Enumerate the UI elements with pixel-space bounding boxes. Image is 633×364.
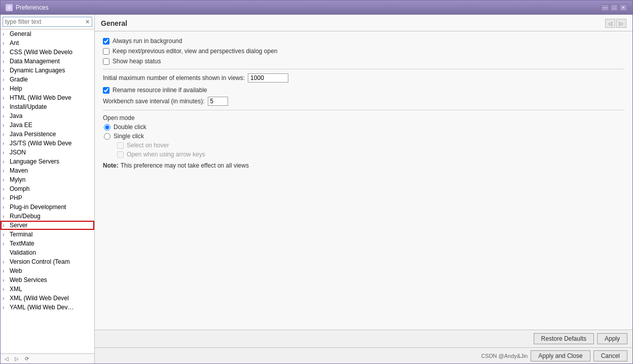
- sidebar-item-language-servers[interactable]: ›Language Servers: [1, 157, 94, 166]
- sidebar-item-json[interactable]: ›JSON: [1, 148, 94, 157]
- sidebar-item-help[interactable]: ›Help: [1, 84, 94, 93]
- sidebar-item-label: YAML (Wild Web Dev…: [10, 304, 73, 311]
- sidebar-bottom: ◁ ▷ ⟳: [1, 353, 94, 363]
- sidebar-item-java-persistence[interactable]: ›Java Persistence: [1, 130, 94, 139]
- select-on-hover-row: Select on hover: [117, 142, 624, 149]
- sidebar-item-label: XML (Wild Web Devel: [10, 295, 69, 302]
- sidebar-item-label: Maven: [10, 167, 28, 174]
- sidebar-item-terminal[interactable]: ›Terminal: [1, 230, 94, 239]
- content-header: General ◁ ▷: [95, 15, 632, 31]
- sidebar-item-java[interactable]: ›Java: [1, 111, 94, 120]
- sidebar-item-label: Java Persistence: [10, 131, 56, 138]
- filter-input[interactable]: [5, 18, 85, 25]
- single-click-label: Single click: [114, 133, 144, 140]
- select-on-hover-checkbox[interactable]: [117, 142, 124, 149]
- open-mode-label: Open mode: [103, 114, 624, 122]
- tree-arrow-icon: ›: [3, 104, 10, 110]
- forward-icon[interactable]: ▷: [13, 355, 21, 363]
- sidebar-item-plug-in-development[interactable]: ›Plug-in Development: [1, 203, 94, 212]
- sidebar-item-installupdate[interactable]: ›Install/Update: [1, 102, 94, 111]
- single-click-radio[interactable]: [104, 133, 110, 140]
- sidebar-item-textmate[interactable]: ›TextMate: [1, 239, 94, 248]
- footer-buttons: Restore Defaults Apply: [534, 333, 627, 344]
- show-heap-checkbox[interactable]: [103, 58, 109, 65]
- sidebar-bottom-icons: ◁ ▷ ⟳: [3, 355, 31, 363]
- close-button[interactable]: ✕: [619, 4, 627, 11]
- note-text: This preference may not take effect on a…: [121, 162, 249, 169]
- apply-and-close-button[interactable]: Apply and Close: [531, 350, 590, 361]
- tree-arrow-icon: ›: [3, 268, 10, 274]
- filter-clear-button[interactable]: ✕: [85, 19, 90, 25]
- refresh-icon[interactable]: ⟳: [23, 355, 31, 363]
- separator-2: [103, 110, 624, 110]
- tree-arrow-icon: ›: [3, 150, 10, 155]
- sidebar-item-label: Ant: [10, 39, 19, 47]
- tree-list: ›General›Ant›CSS (Wild Web Develo›Data M…: [1, 29, 94, 353]
- sidebar-item-validation[interactable]: Validation: [1, 248, 94, 257]
- double-click-radio[interactable]: [104, 124, 110, 131]
- separator-1: [103, 69, 624, 69]
- tree-arrow-icon: ›: [3, 95, 10, 101]
- save-interval-label: Workbench save interval (in minutes):: [103, 98, 205, 105]
- open-arrow-keys-checkbox[interactable]: [117, 151, 124, 158]
- keep-editor-checkbox[interactable]: [103, 48, 109, 55]
- save-interval-input[interactable]: [208, 97, 228, 106]
- tree-arrow-icon: ›: [3, 205, 10, 210]
- sidebar-item-label: Web Services: [10, 276, 47, 284]
- restore-defaults-button[interactable]: Restore Defaults: [534, 333, 594, 344]
- sidebar-item-label: TextMate: [10, 240, 34, 247]
- sidebar-item-jsts-wild-web-deve[interactable]: ›JS/TS (Wild Web Deve: [1, 139, 94, 148]
- select-on-hover-label: Select on hover: [127, 142, 169, 149]
- sidebar-item-html-wild-web-deve[interactable]: ›HTML (Wild Web Deve: [1, 93, 94, 102]
- tree-arrow-icon: ›: [3, 68, 10, 73]
- max-elements-label: Initial maximum number of elements shown…: [103, 74, 245, 82]
- sidebar-item-dynamic-languages[interactable]: ›Dynamic Languages: [1, 66, 94, 75]
- nav-forward-button[interactable]: ▷: [616, 19, 626, 28]
- sidebar-item-label: Plug-in Development: [10, 204, 66, 211]
- max-elements-input[interactable]: [248, 73, 288, 83]
- sidebar-item-yaml-wild-web-dev[interactable]: ›YAML (Wild Web Dev…: [1, 303, 94, 312]
- rename-resource-checkbox[interactable]: [103, 87, 109, 94]
- sidebar-item-maven[interactable]: ›Maven: [1, 166, 94, 175]
- sidebar-item-css-wild-web-develo[interactable]: ›CSS (Wild Web Develo: [1, 48, 94, 57]
- back-icon[interactable]: ◁: [3, 355, 11, 363]
- sidebar-item-oomph[interactable]: ›Oomph: [1, 184, 94, 193]
- always-run-background-checkbox[interactable]: [103, 38, 109, 45]
- sidebar-item-ant[interactable]: ›Ant: [1, 38, 94, 48]
- preferences-window: ⚙ Preferences — □ ✕ ✕ ›General›Ant›CSS (…: [0, 0, 633, 364]
- tree-arrow-icon: ›: [3, 214, 10, 219]
- sidebar-item-web-services[interactable]: ›Web Services: [1, 275, 94, 285]
- sidebar-item-version-control-team[interactable]: ›Version Control (Team: [1, 257, 94, 266]
- sidebar-item-label: PHP: [10, 194, 22, 201]
- tree-arrow-icon: ›: [3, 113, 10, 119]
- sidebar-item-xml-wild-web-devel[interactable]: ›XML (Wild Web Devel: [1, 294, 94, 303]
- window-controls: — □ ✕: [601, 4, 627, 11]
- double-click-row: Double click: [104, 124, 624, 131]
- sidebar-item-gradle[interactable]: ›Gradle: [1, 75, 94, 84]
- sidebar-item-rundebug[interactable]: ›Run/Debug: [1, 212, 94, 221]
- rename-resource-label: Rename resource inline if available: [113, 87, 207, 94]
- window-title: Preferences: [16, 4, 49, 11]
- sidebar-item-label: Run/Debug: [10, 213, 41, 220]
- sidebar-item-php[interactable]: ›PHP: [1, 193, 94, 203]
- sidebar-item-data-management[interactable]: ›Data Management: [1, 57, 94, 66]
- tree-arrow-icon: ›: [3, 259, 10, 265]
- cancel-button[interactable]: Cancel: [593, 350, 627, 361]
- main-content: ✕ ›General›Ant›CSS (Wild Web Develo›Data…: [1, 15, 632, 363]
- sidebar-item-java-ee[interactable]: ›Java EE: [1, 120, 94, 130]
- filter-input-wrapper[interactable]: ✕: [3, 17, 92, 27]
- sidebar-item-general[interactable]: ›General: [1, 29, 94, 38]
- nav-back-button[interactable]: ◁: [605, 19, 615, 28]
- minimize-button[interactable]: —: [601, 4, 609, 11]
- sidebar-item-xml[interactable]: ›XML: [1, 285, 94, 294]
- tree-arrow-icon: ›: [3, 41, 10, 46]
- maximize-button[interactable]: □: [610, 4, 618, 11]
- header-nav-btns: ◁ ▷: [605, 19, 626, 28]
- footer: Restore Defaults Apply: [95, 330, 632, 347]
- sidebar-item-web[interactable]: ›Web: [1, 266, 94, 275]
- tree-arrow-icon: ›: [3, 132, 10, 137]
- sidebar-item-mylyn[interactable]: ›Mylyn: [1, 175, 94, 184]
- sidebar-item-server[interactable]: ›Server: [1, 221, 94, 230]
- tree-arrow-icon: ›: [3, 287, 10, 292]
- apply-button[interactable]: Apply: [597, 333, 627, 344]
